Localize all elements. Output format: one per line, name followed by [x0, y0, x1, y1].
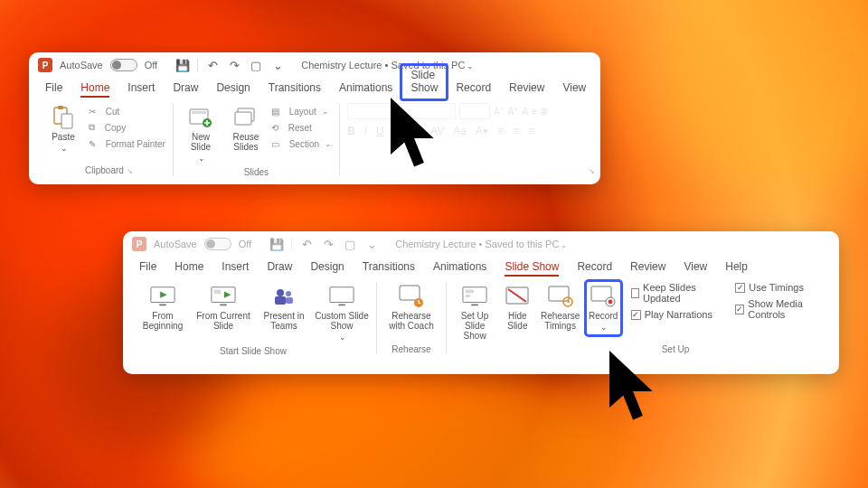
redo-icon[interactable]: ↷ — [227, 59, 241, 72]
underline-button[interactable]: U — [376, 125, 384, 137]
font-name-combo[interactable] — [347, 103, 456, 119]
svg-rect-16 — [400, 286, 420, 300]
font-size-combo[interactable] — [459, 103, 490, 119]
tab-view[interactable]: View — [675, 257, 716, 278]
section-icon: ▭ — [271, 139, 279, 149]
play-screen-icon — [211, 284, 236, 309]
align-left-icon[interactable]: ≡ — [497, 125, 504, 137]
align-right-icon[interactable]: ≡ — [528, 125, 534, 137]
tab-transitions[interactable]: Transitions — [259, 78, 330, 99]
format-painter-button[interactable]: ✎ Format Painter — [89, 136, 165, 152]
char-spacing-button[interactable]: AV — [430, 125, 444, 137]
tab-file[interactable]: File — [36, 78, 71, 99]
svg-rect-7 — [235, 112, 251, 125]
tab-record[interactable]: Record — [447, 78, 500, 99]
paste-button[interactable]: Paste ⌄ — [43, 103, 83, 155]
rehearse-timings-button[interactable]: Rehearse Timings — [540, 282, 581, 333]
qat-more-icon[interactable]: ⌄ — [364, 238, 379, 251]
save-icon[interactable]: 💾 — [175, 59, 190, 72]
tab-help[interactable]: Help — [595, 78, 600, 99]
tab-review[interactable]: Review — [621, 257, 675, 278]
increase-font-icon[interactable]: A˄ — [494, 107, 505, 117]
present-in-teams-button[interactable]: Present in Teams — [259, 282, 309, 333]
align-center-icon[interactable]: ≡ — [513, 125, 519, 137]
italic-button[interactable]: I — [364, 125, 367, 137]
redo-icon[interactable]: ↷ — [321, 238, 335, 251]
set-up-slide-show-button[interactable]: Set Up Slide Show — [454, 282, 495, 343]
bold-button[interactable]: B — [347, 125, 355, 137]
tab-draw[interactable]: Draw — [164, 78, 207, 99]
qat-more-icon[interactable]: ⌄ — [270, 59, 285, 72]
rehearse-with-coach-button[interactable]: Rehearse with Coach — [384, 282, 439, 333]
dialog-launcher-icon[interactable]: ↘ — [127, 167, 133, 175]
tab-home[interactable]: Home — [165, 257, 212, 278]
timings-icon — [548, 284, 573, 309]
numbering-icon[interactable]: ≣ — [541, 107, 548, 117]
from-current-slide-button[interactable]: From Current Slide — [193, 282, 253, 333]
bullets-icon[interactable]: ≡ — [532, 107, 537, 117]
svg-rect-9 — [212, 287, 235, 303]
tab-animations[interactable]: Animations — [330, 78, 401, 99]
layout-icon: ▤ — [271, 107, 279, 117]
cut-button[interactable]: ✂ Cut — [89, 103, 165, 119]
tab-transitions[interactable]: Transitions — [354, 257, 424, 278]
undo-icon[interactable]: ↶ — [299, 238, 314, 251]
start-show-icon[interactable]: ▢ — [249, 59, 263, 72]
tab-animations[interactable]: Animations — [424, 257, 495, 278]
tab-slide-show[interactable]: Slide Show — [495, 257, 568, 278]
setup-show-icon — [462, 284, 487, 309]
tab-insert[interactable]: Insert — [212, 257, 258, 278]
document-name: Chemistry Lecture • Saved to this PC⌄ — [301, 60, 474, 70]
shadow-button[interactable]: ab — [410, 125, 421, 137]
new-slide-button[interactable]: New Slide⌄ — [181, 103, 221, 165]
checkbox-icon — [631, 288, 639, 298]
group-start-slideshow: From Beginning From Current Slide Presen… — [130, 282, 377, 354]
tab-slide-show[interactable]: Slide Show — [401, 65, 447, 99]
svg-rect-19 — [466, 290, 474, 294]
svg-point-26 — [609, 300, 613, 305]
app-logo-icon: P — [132, 237, 146, 251]
ribbon-tabs: File Home Insert Draw Design Transitions… — [29, 78, 600, 99]
layout-button[interactable]: ▤ Layout⌄ — [271, 103, 332, 119]
record-button[interactable]: Record⌄ — [587, 282, 620, 334]
chevron-down-icon[interactable]: ⌄ — [467, 61, 474, 70]
autosave-toggle[interactable] — [110, 59, 137, 71]
change-case-button[interactable]: Aa — [453, 125, 467, 137]
reuse-slides-button[interactable]: Reuse Slides — [226, 103, 266, 154]
copy-button[interactable]: ⧉ Copy — [89, 119, 165, 136]
font-color-button[interactable]: A▾ — [476, 125, 488, 137]
custom-slide-show-button[interactable]: Custom Slide Show⌄ — [315, 282, 369, 344]
tab-record[interactable]: Record — [568, 257, 621, 278]
strike-button[interactable]: S — [393, 125, 401, 137]
clear-format-icon[interactable]: A — [522, 107, 528, 117]
save-icon[interactable]: 💾 — [269, 238, 284, 251]
tab-draw[interactable]: Draw — [258, 257, 301, 278]
copy-icon: ⧉ — [89, 122, 95, 133]
tab-view[interactable]: View — [553, 78, 595, 99]
play-narrations-checkbox[interactable]: ✓Play Narrations — [631, 309, 720, 320]
tab-review[interactable]: Review — [500, 78, 553, 99]
reset-button[interactable]: ⟲ Reset — [271, 119, 332, 136]
tab-design[interactable]: Design — [301, 257, 353, 278]
tab-design[interactable]: Design — [207, 78, 259, 99]
use-timings-checkbox[interactable]: ✓Use Timings — [735, 282, 825, 293]
autosave-label: AutoSave — [60, 60, 103, 70]
autosave-state: Off — [239, 239, 251, 249]
hide-slide-icon — [505, 284, 530, 309]
tab-home[interactable]: Home — [71, 78, 118, 99]
show-media-controls-checkbox[interactable]: ✓Show Media Controls — [735, 298, 825, 320]
from-beginning-button[interactable]: From Beginning — [137, 282, 188, 333]
powerpoint-window-home: P AutoSave Off 💾 ↶ ↷ ▢ ⌄ Chemistry Lectu… — [29, 52, 600, 184]
tab-file[interactable]: File — [130, 257, 165, 278]
keep-slides-updated-checkbox[interactable]: Keep Slides Updated — [631, 282, 720, 304]
undo-icon[interactable]: ↶ — [205, 59, 220, 72]
start-show-icon[interactable]: ▢ — [343, 238, 357, 251]
dialog-launcher-icon[interactable]: ↘ — [589, 167, 595, 175]
section-button[interactable]: ▭ Section⌄ — [271, 136, 332, 152]
hide-slide-button[interactable]: Hide Slide — [501, 282, 533, 333]
group-clipboard: Paste ⌄ ✂ Cut ⧉ Copy ✎ Format Painter Cl… — [36, 103, 174, 175]
tab-help[interactable]: Help — [716, 257, 757, 278]
autosave-toggle[interactable] — [204, 238, 231, 250]
tab-insert[interactable]: Insert — [118, 78, 164, 99]
decrease-font-icon[interactable]: A˅ — [508, 107, 519, 117]
